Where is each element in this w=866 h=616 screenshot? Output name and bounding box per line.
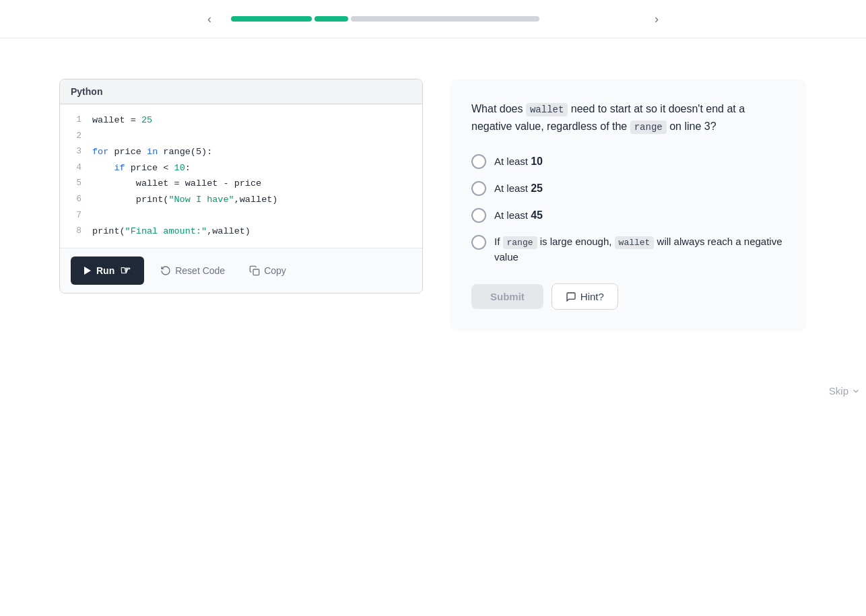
next-button[interactable]: ›	[646, 8, 667, 30]
option-label-4: If range is large enough, wallet will al…	[494, 234, 785, 265]
cursor-icon: ☞	[120, 263, 131, 278]
radio-3[interactable]	[471, 208, 486, 223]
main-content: Python 1 wallet = 25 2 3 for price in ra…	[0, 38, 866, 372]
code-body: 1 wallet = 25 2 3 for price in range(5):…	[60, 104, 422, 248]
code-line-6: 6 print("Now I have",wallet)	[60, 192, 422, 208]
question-panel: What does wallet need to start at so it …	[450, 79, 807, 331]
option-1[interactable]: At least 10	[471, 153, 785, 170]
code-line-5: 5 wallet = wallet - price	[60, 176, 422, 192]
question-text: What does wallet need to start at so it …	[471, 100, 785, 135]
code-line-2: 2	[60, 129, 422, 145]
svg-rect-0	[253, 269, 259, 275]
skip-link[interactable]: Skip	[829, 385, 861, 397]
option-label-1: At least 10	[494, 153, 543, 170]
radio-1[interactable]	[471, 154, 486, 169]
action-row: Submit Hint?	[471, 283, 785, 310]
code-line-8: 8 print("Final amount:",wallet)	[60, 224, 422, 240]
code-panel-header: Python	[60, 79, 422, 104]
play-icon	[84, 267, 91, 275]
option-3[interactable]: At least 45	[471, 207, 785, 224]
skip-row: Skip	[0, 385, 866, 397]
code-toolbar: Run ☞ Reset Code Copy	[60, 248, 422, 293]
copy-icon	[249, 265, 260, 276]
option-label-3: At least 45	[494, 207, 543, 224]
question-code-range: range	[630, 121, 667, 134]
progress-segment-1	[231, 16, 312, 22]
code-line-1: 1 wallet = 25	[60, 112, 422, 129]
top-navigation: ‹ ›	[0, 0, 866, 38]
reset-icon	[160, 265, 171, 276]
copy-button[interactable]: Copy	[241, 260, 294, 281]
hint-icon	[566, 292, 576, 302]
radio-2[interactable]	[471, 181, 486, 196]
option-4[interactable]: If range is large enough, wallet will al…	[471, 234, 785, 265]
reset-button[interactable]: Reset Code	[152, 260, 233, 281]
prev-button[interactable]: ‹	[199, 8, 220, 30]
option-2[interactable]: At least 25	[471, 180, 785, 197]
option-label-2: At least 25	[494, 180, 543, 197]
chevron-down-icon	[851, 386, 861, 396]
code-panel: Python 1 wallet = 25 2 3 for price in ra…	[59, 79, 423, 294]
radio-4[interactable]	[471, 235, 486, 250]
progress-segment-2	[314, 16, 348, 22]
submit-button[interactable]: Submit	[471, 284, 543, 309]
options-list: At least 10 At least 25 At least 45 If r…	[471, 153, 785, 265]
progress-bar	[231, 16, 635, 22]
run-button[interactable]: Run ☞	[71, 256, 144, 285]
hint-button[interactable]: Hint?	[552, 283, 618, 310]
progress-segment-3	[351, 16, 539, 22]
code-line-7: 7	[60, 208, 422, 224]
code-line-3: 3 for price in range(5):	[60, 144, 422, 160]
code-line-4: 4 if price < 10:	[60, 160, 422, 176]
question-code-wallet: wallet	[526, 103, 568, 116]
